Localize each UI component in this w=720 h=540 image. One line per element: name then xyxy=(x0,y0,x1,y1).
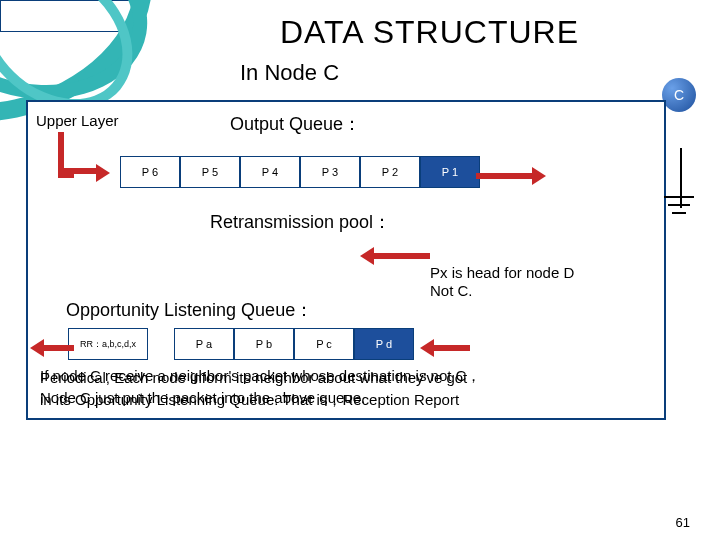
opportunity-queue-label: Opportunity Listening Queue： xyxy=(66,298,313,322)
text-line: Periodical, Each node inform its neighbo… xyxy=(40,370,467,386)
explanation-text: If node C receive a neighbor's packet wh… xyxy=(40,368,640,406)
packet: P c xyxy=(294,328,354,360)
packet: P 2 xyxy=(360,156,420,188)
output-queue-label: Output Queue： xyxy=(230,112,361,136)
arrow-opp-left xyxy=(30,339,74,357)
px-note-line1: Px is head for node D xyxy=(430,264,574,281)
packet: P 3 xyxy=(300,156,360,188)
packet: P a xyxy=(174,328,234,360)
px-note: Px is head for node D Not C. xyxy=(430,264,574,300)
arrow-upper-to-queue xyxy=(64,168,98,174)
slide-title: DATA STRUCTURE xyxy=(280,14,579,51)
reception-report-box: RR：a,b,c,d,x xyxy=(68,328,148,360)
opportunity-queue-row: RR：a,b,c,d,x P a P b P c P d xyxy=(68,328,414,358)
packet: P 6 xyxy=(120,156,180,188)
antenna-icon xyxy=(680,148,682,208)
antenna-icon xyxy=(664,196,694,198)
slide-subtitle: In Node C xyxy=(240,60,339,86)
arrow-output-send xyxy=(476,167,546,185)
packet: P 4 xyxy=(240,156,300,188)
arrow-upper-to-queue xyxy=(96,164,110,182)
packet: P 5 xyxy=(180,156,240,188)
antenna-icon xyxy=(672,212,686,214)
page-number: 61 xyxy=(676,515,690,530)
antenna-icon xyxy=(668,204,690,206)
packet: P b xyxy=(234,328,294,360)
output-queue-row: P 6 P 5 P 4 P 3 P 2 P 1 xyxy=(120,156,480,186)
px-note-line2: Not C. xyxy=(430,282,473,299)
retransmission-pool-label: Retransmission pool： xyxy=(210,210,391,234)
arrow-opp-right xyxy=(420,339,470,357)
node-badge: C xyxy=(662,78,696,112)
packet-head: P d xyxy=(354,328,414,360)
arrow-into-retrans xyxy=(360,247,430,265)
packet-head: P 1 xyxy=(420,156,480,188)
upper-layer-label: Upper Layer xyxy=(36,112,119,129)
text-line: in its Opportunity Listenning Queue. Tha… xyxy=(40,392,459,408)
